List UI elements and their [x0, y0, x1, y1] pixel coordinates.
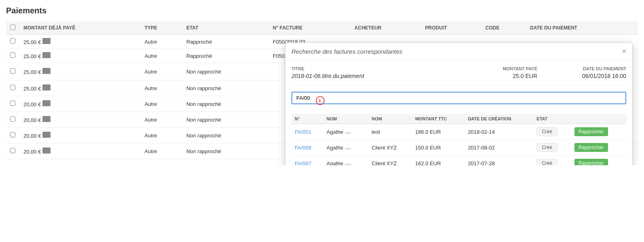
page-title: Paiements	[6, 6, 638, 15]
inner-col-etat: ETAT	[533, 114, 571, 124]
col-titre-label: TITRE	[291, 66, 465, 71]
col-etat: ETAT	[182, 21, 269, 35]
camera-icon[interactable]	[42, 68, 51, 74]
row-montant: 25,00 €	[19, 63, 140, 80]
inner-rapprocher-button[interactable]: Rapprocher	[574, 143, 608, 152]
modal-header: Recherche des factures correspondantes ×	[285, 43, 632, 60]
facture-action: Rapprocher	[571, 156, 626, 166]
row-type: Autre	[140, 35, 182, 49]
camera-icon[interactable]	[42, 100, 51, 106]
camera-icon[interactable]	[42, 116, 51, 122]
inner-col-montant: MONTANT TTC	[412, 114, 465, 124]
facture-nom1: Agathe	[323, 124, 368, 140]
row-checkbox[interactable]	[10, 68, 15, 74]
row-montant: 20,00 €	[19, 96, 140, 112]
row-etat: Non rapproché	[182, 63, 269, 80]
facture-nom2: test	[368, 124, 412, 140]
facture-nom1: Agathe	[323, 140, 368, 156]
row-checkbox[interactable]	[10, 148, 15, 153]
facture-montant: 186.0 EUR	[412, 124, 465, 140]
facture-date-creation: 2018-02-14	[465, 124, 533, 140]
col-date-paiement: DATE DU PAIEMENT	[526, 21, 638, 35]
col-produit: PRODUIT	[421, 21, 481, 35]
row-type: Autre	[140, 143, 182, 159]
name-badge	[345, 132, 351, 134]
facture-row: FA/007 Agathe Client XYZ 162.0 EUR 2017-…	[291, 156, 626, 166]
modal-recherche: Recherche des factures correspondantes ×…	[285, 42, 633, 165]
modal-close-button[interactable]: ×	[622, 48, 626, 55]
etat-badge: Créé	[536, 159, 557, 165]
row-etat: Non rapproché	[182, 143, 269, 159]
inner-rapprocher-button[interactable]: Rapprocher	[574, 159, 608, 165]
row-etat: Rapproché	[182, 49, 269, 63]
payment-date-value: 06/01/2018 16:00	[537, 73, 626, 79]
row-type: Autre	[140, 80, 182, 96]
row-checkbox[interactable]	[10, 85, 15, 90]
row-type: Autre	[140, 49, 182, 63]
name-badge	[345, 164, 351, 165]
row-montant: 20,00 €	[19, 143, 140, 159]
col-type: TYPE	[140, 21, 182, 35]
modal-title: Recherche des factures correspondantes	[291, 48, 402, 55]
col-acheteur: ACHETEUR	[351, 21, 421, 35]
col-code: CODE	[481, 21, 526, 35]
facture-nom1: Agathe	[323, 156, 368, 166]
row-montant: 25,00 €	[19, 49, 140, 63]
facture-montant: 150.0 EUR	[412, 140, 465, 156]
row-etat: Non rapproché	[182, 128, 269, 143]
row-montant: 20,00 €	[19, 128, 140, 143]
name-badge	[345, 148, 351, 149]
col-facture: N° FACTURE	[269, 21, 351, 35]
facture-num-link[interactable]: FA/001	[295, 129, 311, 135]
search-factures-input[interactable]	[291, 92, 626, 104]
facture-action: Rapprocher	[571, 124, 626, 140]
facture-etat: Créé	[533, 140, 571, 156]
inner-col-action	[571, 114, 626, 124]
inner-rapprocher-button[interactable]: Rapprocher	[574, 127, 608, 136]
col-checkbox	[6, 21, 19, 35]
inner-col-num: N°	[291, 114, 323, 124]
facture-nom2: Client XYZ	[368, 140, 412, 156]
facture-etat: Créé	[533, 124, 571, 140]
row-montant: 25,00 €	[19, 80, 140, 96]
row-type: Autre	[140, 96, 182, 112]
row-checkbox[interactable]	[10, 38, 15, 44]
row-type: Autre	[140, 63, 182, 80]
facture-row: FA/001 Agathe test 186.0 EUR 2018-02-14 …	[291, 124, 626, 140]
row-etat: Non rapproché	[182, 112, 269, 128]
step-2-label: 2.	[316, 96, 325, 105]
row-montant: 25,00 €	[19, 35, 140, 49]
col-montant-label: MONTANT PAYÉ	[465, 66, 537, 71]
row-checkbox[interactable]	[10, 132, 15, 137]
camera-icon[interactable]	[42, 52, 51, 58]
camera-icon[interactable]	[42, 38, 51, 44]
row-montant: 20,00 €	[19, 112, 140, 128]
camera-icon[interactable]	[42, 84, 51, 90]
col-montant-deja-paye: MONTANT DÉJÀ PAYÉ	[19, 21, 140, 35]
factures-table: N° NOM NOM MONTANT TTC DATE DE CRÉATION …	[291, 114, 626, 165]
facture-row: FA/008 Agathe Client XYZ 150.0 EUR 2017-…	[291, 140, 626, 156]
col-date-paiement-label: DATE DU PAIEMENT	[537, 66, 626, 71]
payment-title-value: 2018-01-06.titre.du.paiement	[291, 73, 465, 79]
row-etat: Non rapproché	[182, 96, 269, 112]
row-type: Autre	[140, 112, 182, 128]
inner-col-nom2: NOM	[368, 114, 412, 124]
row-checkbox[interactable]	[10, 101, 15, 106]
row-checkbox[interactable]	[10, 116, 15, 122]
select-all-checkbox[interactable]	[10, 25, 15, 30]
facture-date-creation: 2017-08-02	[465, 140, 533, 156]
row-etat: Non rapproché	[182, 80, 269, 96]
row-etat: Rapproché	[182, 35, 269, 49]
camera-icon[interactable]	[42, 132, 51, 138]
inner-col-nom1: NOM	[323, 114, 368, 124]
facture-etat: Créé	[533, 156, 571, 166]
etat-badge: Créé	[536, 143, 557, 152]
facture-num-link[interactable]: FA/008	[295, 145, 311, 151]
facture-date-creation: 2017-07-28	[465, 156, 533, 166]
camera-icon[interactable]	[42, 147, 51, 154]
facture-num-link[interactable]: FA/007	[295, 160, 311, 166]
facture-montant: 162.0 EUR	[412, 156, 465, 166]
etat-badge: Créé	[536, 127, 557, 136]
facture-action: Rapprocher	[571, 140, 626, 156]
row-checkbox[interactable]	[10, 53, 15, 58]
